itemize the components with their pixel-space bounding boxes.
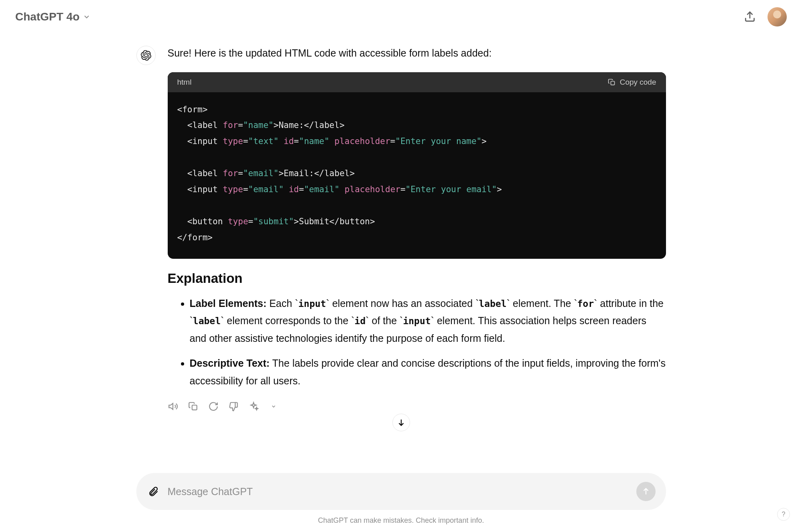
copy-code-label: Copy code: [620, 78, 656, 87]
arrow-down-icon: [397, 418, 406, 427]
composer: [136, 473, 666, 510]
explanation-list: Label Elements: Each `input` element now…: [168, 295, 666, 390]
assistant-avatar: [136, 46, 156, 65]
disclaimer-text: ChatGPT can make mistakes. Check importa…: [318, 516, 484, 525]
chevron-down-icon: [271, 404, 276, 409]
svg-rect-0: [611, 81, 614, 85]
attach-button[interactable]: [147, 485, 160, 498]
share-icon[interactable]: [743, 10, 756, 23]
send-button[interactable]: [636, 482, 656, 501]
list-item: Descriptive Text: The labels provide cle…: [190, 355, 666, 390]
copy-response-button[interactable]: [188, 401, 199, 412]
list-item: Label Elements: Each `input` element now…: [190, 295, 666, 347]
thumbs-down-icon: [228, 401, 239, 412]
code-language: html: [177, 78, 192, 87]
model-change-button[interactable]: [248, 401, 259, 412]
message-content: Sure! Here is the updated HTML code with…: [168, 46, 666, 412]
message-input[interactable]: [168, 486, 628, 497]
code-body[interactable]: <form> <label for="name">Name:</label> <…: [168, 92, 666, 259]
code-header: html Copy code: [168, 72, 666, 92]
openai-logo-icon: [141, 50, 151, 61]
assistant-message: Sure! Here is the updated HTML code with…: [136, 46, 666, 412]
read-aloud-button[interactable]: [168, 401, 179, 412]
sparkle-icon: [248, 401, 259, 412]
explanation-heading: Explanation: [168, 271, 666, 286]
model-selector[interactable]: ChatGPT 4o: [15, 10, 91, 23]
header-actions: [743, 7, 787, 26]
composer-area: ChatGPT can make mistakes. Check importa…: [0, 473, 802, 532]
help-button[interactable]: ?: [777, 508, 790, 521]
message-actions: [168, 401, 666, 412]
copy-code-button[interactable]: Copy code: [608, 78, 656, 87]
chevron-down-icon: [83, 13, 91, 21]
svg-rect-1: [192, 405, 197, 410]
bad-response-button[interactable]: [228, 401, 239, 412]
regenerate-button[interactable]: [208, 401, 219, 412]
more-button[interactable]: [268, 401, 279, 412]
avatar[interactable]: [767, 7, 787, 26]
paperclip-icon: [148, 486, 159, 497]
scroll-to-bottom-button[interactable]: [392, 414, 410, 431]
copy-icon: [608, 78, 616, 86]
intro-text: Sure! Here is the updated HTML code with…: [168, 46, 666, 61]
model-name: ChatGPT 4o: [15, 10, 79, 23]
refresh-icon: [208, 401, 219, 412]
code-block: html Copy code <form> <label for="name">…: [168, 72, 666, 259]
arrow-up-icon: [642, 487, 650, 496]
header-bar: ChatGPT 4o: [0, 0, 802, 34]
copy-icon: [188, 401, 199, 412]
conversation: Sure! Here is the updated HTML code with…: [136, 34, 666, 412]
speaker-icon: [168, 401, 179, 412]
